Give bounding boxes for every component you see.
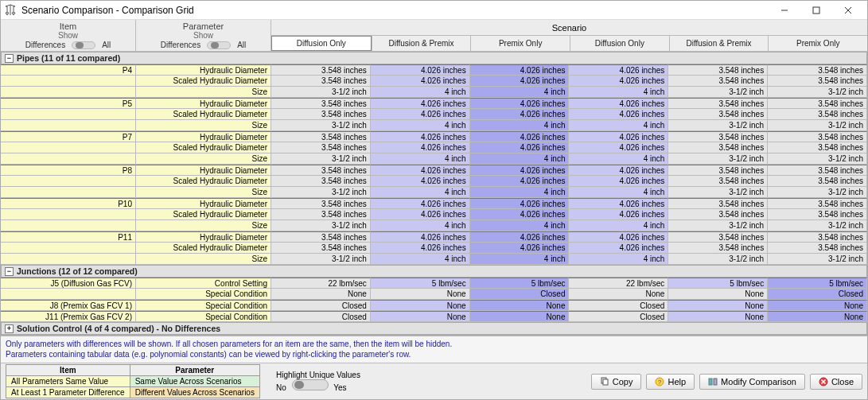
param-cell: Size bbox=[136, 254, 271, 265]
legend-head-param: Parameter bbox=[130, 365, 259, 376]
value-cell: 3-1/2 inch bbox=[668, 187, 768, 198]
collapse-icon[interactable]: − bbox=[5, 267, 14, 276]
value-cell: 3.548 inches bbox=[271, 198, 371, 209]
value-cell: 4.026 inches bbox=[470, 231, 570, 243]
value-cell: 3.548 inches bbox=[768, 243, 867, 254]
value-cell: 4.026 inches bbox=[470, 176, 570, 187]
value-cell: 4 inch bbox=[470, 220, 570, 231]
table-row[interactable]: Scaled Hydraulic Diameter3.548 inches4.0… bbox=[1, 243, 867, 254]
item-opt-all[interactable]: All bbox=[102, 41, 111, 49]
scenario-col-3[interactable]: Diffusion Only bbox=[570, 36, 669, 51]
value-cell: 3.548 inches bbox=[271, 98, 371, 109]
value-cell: 3.548 inches bbox=[768, 176, 867, 187]
value-cell: 4.026 inches bbox=[470, 131, 570, 142]
value-cell: Closed bbox=[569, 300, 668, 311]
hint-line2: Parameters containing tabular data (e.g.… bbox=[6, 350, 862, 360]
maximize-button[interactable] bbox=[800, 1, 832, 20]
value-cell: 3-1/2 inch bbox=[768, 187, 867, 198]
table-row[interactable]: Scaled Hydraulic Diameter3.548 inches4.0… bbox=[1, 209, 867, 220]
item-cell bbox=[1, 153, 136, 165]
table-row[interactable]: Size3-1/2 inch4 inch4 inch4 inch3-1/2 in… bbox=[1, 153, 867, 165]
table-row[interactable]: J5 (Diffusion Gas FCV)Control Setting22 … bbox=[1, 278, 867, 289]
highlight-no[interactable]: No bbox=[276, 383, 286, 392]
value-cell: 4.026 inches bbox=[371, 131, 470, 142]
value-cell: None bbox=[271, 289, 371, 300]
minimize-button[interactable] bbox=[769, 1, 800, 20]
collapse-icon[interactable]: − bbox=[5, 54, 14, 63]
value-cell: 4 inch bbox=[470, 254, 570, 265]
param-show-slider[interactable] bbox=[207, 41, 231, 49]
value-cell: 4.026 inches bbox=[470, 76, 570, 87]
table-row[interactable]: Size3-1/2 inch4 inch4 inch4 inch3-1/2 in… bbox=[1, 220, 867, 231]
table-row[interactable]: Scaled Hydraulic Diameter3.548 inches4.0… bbox=[1, 176, 867, 187]
table-row[interactable]: P11Hydraulic Diameter3.548 inches4.026 i… bbox=[1, 231, 867, 243]
value-cell: 3.548 inches bbox=[668, 131, 768, 142]
table-row[interactable]: Scaled Hydraulic Diameter3.548 inches4.0… bbox=[1, 142, 867, 153]
close-window-button[interactable] bbox=[832, 1, 864, 20]
item-cell: P4 bbox=[1, 64, 136, 76]
copy-button[interactable]: Copy bbox=[591, 374, 642, 390]
value-cell: 4 inch bbox=[569, 153, 668, 165]
table-row[interactable]: Size3-1/2 inch4 inch4 inch4 inch3-1/2 in… bbox=[1, 87, 867, 98]
value-cell: 3.548 inches bbox=[271, 243, 371, 254]
modify-comparison-button[interactable]: Modify Comparison bbox=[699, 374, 805, 390]
scenario-col-4[interactable]: Diffusion & Premix bbox=[669, 36, 769, 51]
highlight-label: Highlight Unique Values bbox=[276, 371, 360, 379]
value-cell: 5 lbm/sec bbox=[768, 278, 867, 289]
scenario-col-2[interactable]: Premix Only bbox=[470, 36, 570, 51]
table-row[interactable]: P10Hydraulic Diameter3.548 inches4.026 i… bbox=[1, 198, 867, 209]
param-cell: Special Condition bbox=[136, 300, 271, 311]
group-label: Pipes (11 of 11 compared) bbox=[17, 53, 120, 63]
table-row[interactable]: Size3-1/2 inch4 inch4 inch4 inch3-1/2 in… bbox=[1, 254, 867, 265]
highlight-unique-control: Highlight Unique Values No Yes bbox=[276, 371, 360, 392]
value-cell: 4.026 inches bbox=[371, 198, 470, 209]
value-cell: 3.548 inches bbox=[668, 231, 768, 243]
value-cell: None bbox=[470, 300, 570, 311]
param-opt-differences[interactable]: Differences bbox=[161, 41, 200, 49]
table-row[interactable]: J8 (Premix Gas FCV 1)Special ConditionCl… bbox=[1, 300, 867, 311]
item-cell bbox=[1, 142, 136, 153]
value-cell: 3.548 inches bbox=[668, 109, 768, 120]
scenario-col-1[interactable]: Diffusion & Premix bbox=[372, 36, 471, 51]
item-show-slider[interactable] bbox=[72, 41, 95, 49]
param-cell: Scaled Hydraulic Diameter bbox=[136, 243, 271, 254]
param-label: Parameter bbox=[183, 21, 224, 31]
value-cell: 22 lbm/sec bbox=[569, 278, 668, 289]
value-cell: Closed bbox=[569, 311, 668, 322]
param-show-label: Show bbox=[193, 31, 213, 40]
close-button[interactable]: Close bbox=[810, 374, 862, 390]
table-row[interactable]: P7Hydraulic Diameter3.548 inches4.026 in… bbox=[1, 131, 867, 142]
table-row[interactable]: P5Hydraulic Diameter3.548 inches4.026 in… bbox=[1, 98, 867, 109]
param-opt-all[interactable]: All bbox=[237, 41, 246, 49]
table-row[interactable]: P8Hydraulic Diameter3.548 inches4.026 in… bbox=[1, 165, 867, 176]
param-cell: Hydraulic Diameter bbox=[136, 231, 271, 243]
highlight-yes[interactable]: Yes bbox=[333, 383, 346, 392]
table-row[interactable]: Scaled Hydraulic Diameter3.548 inches4.0… bbox=[1, 76, 867, 87]
comparison-grid[interactable]: −Pipes (11 of 11 compared)P4Hydraulic Di… bbox=[1, 52, 867, 336]
highlight-toggle[interactable] bbox=[292, 379, 329, 390]
item-opt-differences[interactable]: Differences bbox=[25, 41, 65, 49]
value-cell: Closed bbox=[470, 289, 570, 300]
item-cell: P10 bbox=[1, 198, 136, 209]
param-cell: Hydraulic Diameter bbox=[136, 131, 271, 142]
group-header[interactable]: −Junctions (12 of 12 compared) bbox=[1, 265, 867, 278]
value-cell: 4 inch bbox=[569, 87, 668, 98]
table-row[interactable]: Size3-1/2 inch4 inch4 inch4 inch3-1/2 in… bbox=[1, 120, 867, 131]
table-row[interactable]: P4Hydraulic Diameter3.548 inches4.026 in… bbox=[1, 64, 867, 76]
help-button[interactable]: ?Help bbox=[646, 374, 695, 390]
table-row[interactable]: Size3-1/2 inch4 inch4 inch4 inch3-1/2 in… bbox=[1, 187, 867, 198]
table-row[interactable]: J11 (Premix Gas FCV 2)Special ConditionC… bbox=[1, 311, 867, 322]
table-row[interactable]: Scaled Hydraulic Diameter3.548 inches4.0… bbox=[1, 109, 867, 120]
scenario-col-0[interactable]: Diffusion Only bbox=[271, 36, 372, 51]
value-cell: 3-1/2 inch bbox=[668, 120, 768, 131]
group-header[interactable]: −Pipes (11 of 11 compared) bbox=[1, 52, 867, 64]
param-cell: Scaled Hydraulic Diameter bbox=[136, 109, 271, 120]
hint-line1: Only parameters with differences will be… bbox=[6, 340, 862, 350]
scenario-col-5[interactable]: Premix Only bbox=[768, 36, 867, 51]
value-cell: 4.026 inches bbox=[470, 209, 570, 220]
value-cell: 3.548 inches bbox=[271, 64, 371, 76]
expand-icon[interactable]: + bbox=[5, 324, 14, 333]
group-header[interactable]: +Solution Control (4 of 4 compared) - No… bbox=[1, 322, 867, 335]
table-row[interactable]: Special ConditionNoneNoneClosedNoneNoneC… bbox=[1, 289, 867, 300]
group-label: Solution Control (4 of 4 compared) - No … bbox=[17, 324, 220, 333]
